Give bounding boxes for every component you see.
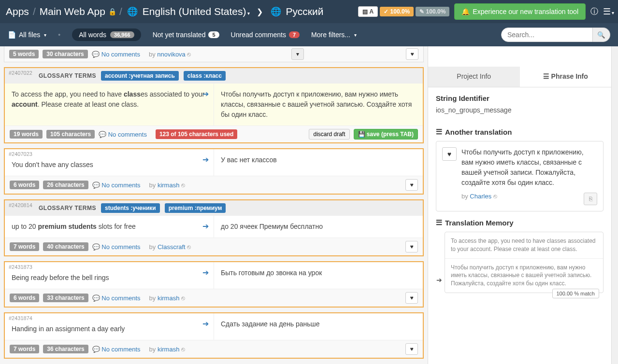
progress-badges: ▤ A ✓ 100.0% ✎ 100.0% xyxy=(358,6,450,17)
experience-button[interactable]: 🔔 Experience our new translation tool xyxy=(454,3,586,20)
separator-dot: • xyxy=(58,31,60,39)
external-icon: ⎋ xyxy=(187,243,191,251)
source-text: Handing in an assignment a day early xyxy=(12,324,207,334)
target-text[interactable]: У вас нет классов xyxy=(221,155,416,165)
chevron-right-icon: ❯ xyxy=(257,7,263,16)
translated-badge[interactable]: ✓ 100.0% xyxy=(380,7,414,16)
globe-icon: 🌐 xyxy=(127,6,138,17)
more-filters[interactable]: More filters... ▾ xyxy=(311,31,357,39)
glossary-term[interactable]: students :ученики xyxy=(101,203,160,213)
view-toggle[interactable]: ▤ A xyxy=(358,6,378,17)
copy-source-button[interactable]: ➔ xyxy=(202,222,209,231)
dropdown-button[interactable]: ▾ xyxy=(291,48,304,60)
comments-link[interactable]: 💬 No comments xyxy=(92,346,141,353)
tab-project-info[interactable]: Project Info xyxy=(428,67,520,87)
source-text: Being ready before the bell rings xyxy=(12,273,207,283)
external-icon: ⎋ xyxy=(493,193,497,200)
string-identifier: ios_no_groups_message xyxy=(436,106,604,114)
favorite-button[interactable]: ♥ xyxy=(406,48,418,60)
glossary-term[interactable]: class :класс xyxy=(184,71,226,81)
glossary-label: GLOSSARY TERMS xyxy=(39,205,96,211)
author-link[interactable]: kirmash xyxy=(158,346,180,353)
discard-button[interactable]: discard draft xyxy=(309,129,349,140)
search-input[interactable] xyxy=(501,28,593,42)
sidebar-tabs: Project Info ☰ Phrase Info xyxy=(428,67,611,87)
phrase-card[interactable]: #2420814 GLOSSARY TERMSstudents :ученики… xyxy=(4,199,424,256)
comments-link[interactable]: 💬 No comments xyxy=(92,294,141,302)
not-translated-filter[interactable]: Not yet translated 5 xyxy=(153,31,219,39)
author-link[interactable]: kirmash xyxy=(158,294,180,302)
arrow-right-icon: ➔ xyxy=(436,276,442,285)
menu-icon[interactable]: ☰▾ xyxy=(603,6,614,17)
author-link[interactable]: kirmash xyxy=(158,182,180,189)
favorite-button[interactable]: ♥ xyxy=(405,292,418,304)
char-count: 105 characters xyxy=(46,130,95,139)
target-text[interactable]: Чтобы получить доступ к приложению, вам … xyxy=(221,89,416,120)
breadcrumb-apps[interactable]: Apps xyxy=(6,6,29,17)
list-icon: ☰ xyxy=(436,218,442,227)
copy-source-button[interactable]: ➔ xyxy=(202,319,209,328)
glossary-term[interactable]: premium :премиум xyxy=(165,203,226,213)
phrase-id: #2407022 xyxy=(9,70,32,76)
phrase-card[interactable]: #2407022 GLOSSARY TERMSaccount :учетная … xyxy=(4,67,424,143)
author-link[interactable]: Classcraft xyxy=(158,243,186,251)
phrase-card[interactable]: #2407023 You don't have any classes ➔ У … xyxy=(4,148,424,195)
target-text[interactable]: Сдать задание на день раньше xyxy=(221,319,416,329)
copy-source-button[interactable]: ➔ xyxy=(202,89,209,98)
favorite-button[interactable]: ♥ xyxy=(405,241,418,252)
copy-button[interactable]: ⎘ xyxy=(584,193,597,205)
another-translation-header: ☰ Another translation xyxy=(436,127,604,136)
breadcrumb-target-lang[interactable]: Русский xyxy=(286,6,324,17)
unread-count: 7 xyxy=(289,31,300,38)
search-button[interactable]: 🔍 xyxy=(593,28,610,42)
favorite-button[interactable]: ♥ xyxy=(405,343,418,355)
info-icon[interactable]: ⓘ xyxy=(590,7,598,17)
another-translation-box: ♥ Чтобы получить доступ к приложению, ва… xyxy=(436,141,604,211)
phrase-card[interactable]: #2431873 Being ready before the bell rin… xyxy=(4,261,424,308)
phrase-card[interactable]: #2431874 Handing in an assignment a day … xyxy=(4,312,424,359)
target-text[interactable]: до 20 ячеек Премиум бесплатно xyxy=(221,222,416,232)
file-icon: 📄 xyxy=(8,31,16,39)
another-translation-text: Чтобы получить доступ к приложению, вам … xyxy=(461,147,597,188)
char-count: 40 characters xyxy=(43,242,88,251)
save-button[interactable]: 💾 save (press TAB) xyxy=(354,129,418,140)
string-identifier-label: String Identifier xyxy=(436,94,604,102)
external-icon: ⎋ xyxy=(181,294,185,302)
another-translation-by: by Charles ⎋ ⎘ xyxy=(461,193,597,200)
comments-link[interactable]: 💬 No comments xyxy=(92,51,140,58)
chevron-down-icon: ▾ xyxy=(247,11,250,16)
glossary-term[interactable]: account :учетная запись xyxy=(101,71,179,81)
all-files-filter[interactable]: 📄 All files ▾ xyxy=(8,31,46,39)
char-count: 36 characters xyxy=(43,345,88,353)
favorite-button[interactable]: ♥ xyxy=(405,179,418,191)
breadcrumb-project[interactable]: Main Web App xyxy=(40,6,105,17)
external-icon: ⎋ xyxy=(181,182,185,189)
tab-phrase-info[interactable]: ☰ Phrase Info xyxy=(520,67,612,87)
reviewed-badge[interactable]: ✎ 100.0% xyxy=(416,7,449,16)
unread-comments-filter[interactable]: Unread comments 7 xyxy=(231,31,300,39)
bell-icon: 🔔 xyxy=(461,8,470,15)
target-text[interactable]: Быть готовым до звонка на урок xyxy=(221,268,416,278)
comments-link[interactable]: 💬 No comments xyxy=(92,182,141,189)
author-label: by nnovikova ⎋ xyxy=(149,51,191,58)
author-label: by kirmash ⎋ xyxy=(149,182,185,189)
copy-source-button[interactable]: ➔ xyxy=(202,268,209,277)
word-count: 7 words xyxy=(10,242,39,251)
sidebar: Project Info ☰ Phrase Info String Identi… xyxy=(428,46,611,364)
scrollbar[interactable] xyxy=(611,46,618,364)
comments-link[interactable]: 💬 No comments xyxy=(92,243,141,251)
comments-link[interactable]: 💬 No comments xyxy=(99,131,147,138)
favorite-button[interactable]: ♥ xyxy=(442,147,457,161)
list-icon: ☰ xyxy=(436,127,442,136)
match-badge: 100.00 % match xyxy=(552,289,600,298)
author-link[interactable]: Charles xyxy=(470,193,491,200)
copy-source-button[interactable]: ➔ xyxy=(202,155,209,164)
char-count: 26 characters xyxy=(43,181,88,189)
all-words-filter[interactable]: All words 36,966 xyxy=(72,28,141,41)
menu-icon: ☰ xyxy=(543,72,549,80)
phrases-list: 5 words 30 characters 💬 No comments by n… xyxy=(0,46,428,364)
breadcrumb-source-lang[interactable]: English (United States)▾ xyxy=(143,6,250,17)
author-link[interactable]: nnovikova xyxy=(157,51,186,58)
translation-memory-header: ☰ Translation Memory xyxy=(436,218,604,227)
search-icon: 🔍 xyxy=(597,31,605,39)
